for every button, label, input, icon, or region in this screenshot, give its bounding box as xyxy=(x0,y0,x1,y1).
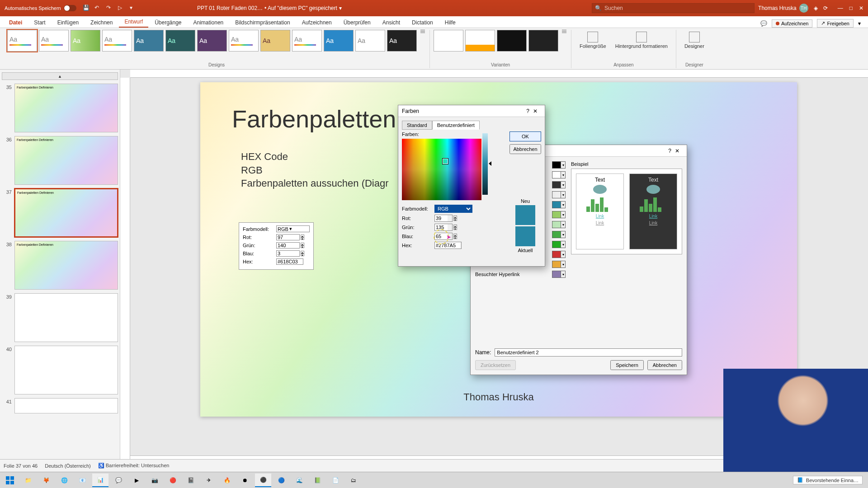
taskbar-app[interactable]: 🔥 xyxy=(219,474,235,487)
help-icon[interactable]: ? xyxy=(668,148,671,154)
variant-tile[interactable] xyxy=(528,30,558,52)
color-model-select[interactable]: RGB xyxy=(434,205,472,213)
title-chevron-down-icon[interactable]: ▾ xyxy=(339,5,342,11)
variant-tile[interactable] xyxy=(497,30,527,52)
slide-thumbnails-panel[interactable]: ▲ 35 Farbenpaletten Definieren 36 Farben… xyxy=(0,70,120,475)
blue-spinner[interactable]: ▴▾ xyxy=(453,234,457,239)
theme-tile[interactable]: Aa xyxy=(134,30,164,52)
theme-tile[interactable]: Aa xyxy=(165,30,195,52)
taskbar-app[interactable]: 📄 xyxy=(327,474,344,487)
taskbar-app[interactable]: 📷 xyxy=(146,474,163,487)
help-icon[interactable]: ? xyxy=(526,108,529,114)
luminance-slider[interactable] xyxy=(482,133,488,195)
ribbon-options-icon[interactable]: ▾ xyxy=(858,20,861,27)
color-swatch-button[interactable]: ▾ xyxy=(552,191,566,198)
theme-tile[interactable]: Aa xyxy=(39,30,69,52)
color-swatch-button[interactable]: ▾ xyxy=(552,211,566,218)
slide-thumbnail[interactable]: Farbenpaletten Definieren xyxy=(14,188,118,237)
cancel-button[interactable]: Abbrechen xyxy=(647,360,682,370)
save-button[interactable]: Speichern xyxy=(610,360,644,370)
sync-icon[interactable]: ⟳ xyxy=(823,5,828,11)
color-swatch-button[interactable]: ▾ xyxy=(552,221,566,228)
color-swatch-button[interactable]: ▾ xyxy=(552,271,566,278)
color-field[interactable] xyxy=(402,139,481,200)
slide-thumbnail[interactable] xyxy=(14,346,118,394)
color-swatch-button[interactable]: ▾ xyxy=(552,261,566,268)
comments-icon[interactable]: 💬 xyxy=(760,20,767,27)
tab-transitions[interactable]: Übergänge xyxy=(149,18,187,28)
save-icon[interactable]: 💾 xyxy=(83,5,90,12)
color-swatch-button[interactable]: ▾ xyxy=(552,241,566,248)
theme-tile[interactable]: Aa xyxy=(102,30,132,52)
close-icon[interactable]: ✕ xyxy=(671,148,683,154)
designer-button[interactable]: Designer xyxy=(680,30,709,51)
green-input[interactable] xyxy=(435,224,448,230)
record-button[interactable]: Aufzeichnen xyxy=(772,19,813,28)
slide-thumbnail[interactable] xyxy=(14,293,118,342)
slide-thumbnail[interactable]: Farbenpaletten Definieren xyxy=(14,84,118,132)
red-input[interactable] xyxy=(435,215,448,221)
theme-tile[interactable]: Aa xyxy=(324,30,354,52)
variant-tile[interactable] xyxy=(465,30,495,52)
color-swatch-button[interactable]: ▾ xyxy=(552,251,566,258)
user-account[interactable]: Thomas Hruska TH xyxy=(758,4,808,13)
color-swatch-button[interactable]: ▾ xyxy=(552,181,566,188)
tab-design[interactable]: Entwurf xyxy=(119,17,148,28)
color-swatch-button[interactable]: ▾ xyxy=(552,161,566,169)
autosave-toggle[interactable] xyxy=(64,5,76,11)
theme-tile[interactable]: Aa xyxy=(355,30,385,52)
search-box[interactable]: 🔍 Suchen xyxy=(592,3,755,13)
scroll-up-button[interactable]: ▲ xyxy=(2,72,118,80)
taskbar-app-excel[interactable]: 📗 xyxy=(309,474,326,487)
green-spinner[interactable]: ▴▾ xyxy=(453,225,457,230)
minimize-button[interactable]: — xyxy=(838,5,843,11)
reset-button[interactable]: Zurücksetzen xyxy=(475,360,516,370)
taskbar-app-edge[interactable]: 🌊 xyxy=(291,474,307,487)
taskbar-app-powerpoint[interactable]: 📊 xyxy=(92,474,108,487)
theme-name-input[interactable] xyxy=(495,348,682,357)
redo-icon[interactable]: ↷ xyxy=(106,5,113,12)
taskbar-app-telegram[interactable]: ✈ xyxy=(201,474,217,487)
language-status[interactable]: Deutsch (Österreich) xyxy=(45,463,90,469)
slide-size-button[interactable]: Foliengröße xyxy=(575,30,611,51)
themes-more-button[interactable] xyxy=(419,30,426,33)
slide-thumbnail[interactable]: Farbenpaletten Definieren xyxy=(14,136,118,185)
blue-input[interactable] xyxy=(435,233,448,239)
qat-more-icon[interactable]: ▾ xyxy=(130,5,137,12)
tab-standard[interactable]: Standard xyxy=(402,121,432,130)
cancel-button[interactable]: Abbrechen xyxy=(509,144,541,154)
tab-review[interactable]: Überprüfen xyxy=(338,18,376,28)
tab-animations[interactable]: Animationen xyxy=(188,18,229,28)
taskbar-app-onenote[interactable]: 📓 xyxy=(183,474,199,487)
accessibility-status[interactable]: ♿ Barrierefreiheit: Untersuchen xyxy=(98,463,170,469)
taskbar-app-obs[interactable]: ⚫ xyxy=(255,474,271,487)
theme-tile[interactable]: Aa xyxy=(292,30,322,52)
start-button[interactable] xyxy=(2,474,18,487)
format-background-button[interactable]: Hintergrund formatieren xyxy=(611,30,672,51)
taskbar-app-chrome[interactable]: 🌐 xyxy=(56,474,72,487)
taskbar-app-vlc[interactable]: ▶ xyxy=(128,474,145,487)
slide-counter[interactable]: Folie 37 von 46 xyxy=(4,463,38,469)
tab-home[interactable]: Start xyxy=(28,18,51,28)
taskbar-app-outlook[interactable]: 📧 xyxy=(74,474,90,487)
taskbar-app-explorer[interactable]: 📁 xyxy=(20,474,36,487)
taskbar-app-firefox[interactable]: 🦊 xyxy=(38,474,54,487)
luminance-arrow-icon[interactable] xyxy=(489,161,491,166)
tab-record[interactable]: Aufzeichnen xyxy=(297,18,337,28)
tab-slideshow[interactable]: Bildschirmpräsentation xyxy=(230,18,295,28)
tab-file[interactable]: Datei xyxy=(4,18,28,28)
tab-custom[interactable]: Benutzerdefiniert xyxy=(432,121,480,130)
taskbar-app[interactable]: 🗂 xyxy=(345,474,362,487)
slideshow-icon[interactable]: ▷ xyxy=(118,5,125,12)
undo-icon[interactable]: ↶ xyxy=(94,5,102,12)
theme-tile[interactable]: Aa xyxy=(7,30,37,52)
red-spinner[interactable]: ▴▾ xyxy=(453,216,457,221)
taskbar-app[interactable]: 🔵 xyxy=(273,474,289,487)
color-swatch-button[interactable]: ▾ xyxy=(552,201,566,208)
theme-tile[interactable]: Aa xyxy=(197,30,227,52)
theme-tile[interactable]: Aa xyxy=(387,30,417,52)
close-icon[interactable]: ✕ xyxy=(529,108,541,114)
theme-tile[interactable]: Aa xyxy=(71,30,100,52)
share-button[interactable]: ↗Freigeben xyxy=(817,19,854,28)
taskbar-app[interactable]: 💬 xyxy=(110,474,127,487)
